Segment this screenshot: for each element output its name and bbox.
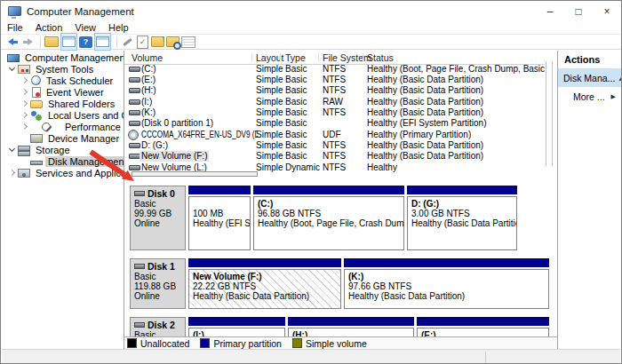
status-bar-divider	[485, 352, 486, 363]
tree-item-event-viewer[interactable]: Event Viewer	[2, 86, 124, 98]
actions-group-disk-management[interactable]: Disk Mana... ▲	[558, 69, 621, 87]
device-manager-icon	[30, 134, 43, 143]
tree-item-device-manager[interactable]: Device Manager	[2, 132, 124, 144]
primary-partition-band	[188, 317, 285, 326]
menu-view[interactable]: View	[68, 22, 102, 33]
remote-tool-icon[interactable]	[121, 35, 134, 49]
menu-help[interactable]: Help	[102, 22, 135, 33]
show-console-tree-icon[interactable]	[60, 33, 77, 51]
chevron-none	[19, 132, 30, 144]
partition-efi[interactable]: 100 MBHealthy (EFI System Partition)	[188, 186, 251, 250]
tree-item-services-and-applications[interactable]: Services and Applications	[2, 167, 124, 178]
search-folder-icon[interactable]	[166, 35, 179, 49]
submenu-arrow-icon: ▶	[609, 93, 616, 100]
chevron-expanded-icon[interactable]	[6, 63, 18, 75]
properties-form-icon[interactable]	[181, 35, 195, 49]
disk-2-label[interactable]: Disk 2 Basic	[130, 317, 186, 336]
partition-c[interactable]: (C:)96.88 GB NTFSHealthy (Boot, Page Fil…	[253, 186, 404, 250]
column-divider[interactable]	[280, 53, 281, 62]
partition-k[interactable]: (K:)97.66 GB NTFSHealthy (Basic Data Par…	[344, 258, 549, 309]
task-check-icon[interactable]: ✓	[136, 35, 149, 49]
horizontal-scrollbar[interactable]	[124, 170, 545, 177]
volume-row-i[interactable]: (I:)SimpleBasicRAWHealthy (Basic Data Pa…	[124, 97, 545, 107]
close-button[interactable]: ×	[593, 1, 621, 21]
forward-icon[interactable]	[21, 35, 35, 49]
disk-icon	[129, 88, 140, 93]
volume-row-c[interactable]: (C:)SimpleBasicNTFSHealthy (Boot, Page F…	[124, 64, 545, 75]
legend-label: Unallocated	[140, 338, 189, 349]
primary-partition-band	[188, 258, 341, 267]
tree-item-computer-management[interactable]: Computer Management (Local)	[2, 51, 124, 63]
volume-row-h[interactable]: (H:)SimpleBasicNTFSHealthy (Basic Data P…	[124, 85, 545, 96]
status-bar	[2, 349, 620, 364]
disk-1-label[interactable]: Disk 1 Basic 119.88 GB Online	[130, 258, 186, 309]
volume-row-e[interactable]: (E:)SimpleBasicNTFSHealthy (Basic Data P…	[124, 75, 545, 85]
tree-item-system-tools[interactable]: System Tools	[2, 63, 124, 75]
chevron-collapsed-icon[interactable]	[19, 121, 30, 132]
system-tools-icon	[18, 65, 30, 74]
volume-row-cccoma-d[interactable]: CCCOMA_X64FRE_EN-US_DV9 (D:)SimpleBasicU…	[124, 130, 545, 140]
show-action-pane-icon[interactable]	[94, 33, 111, 51]
column-divider[interactable]	[363, 53, 363, 62]
actions-header: Actions	[558, 51, 622, 69]
primary-partition-band	[417, 317, 549, 326]
volume-row-d-g[interactable]: D: (G:)SimpleBasicNTFSHealthy (Basic Dat…	[124, 140, 545, 151]
disk-icon	[129, 67, 140, 72]
col-header-volume[interactable]: Volume	[132, 52, 163, 63]
volume-list-header: Volume Layout Type File System Status	[124, 51, 545, 65]
chevron-collapsed-icon[interactable]	[19, 98, 30, 109]
chevron-collapsed-icon[interactable]	[6, 167, 18, 178]
disk-icon	[134, 322, 145, 328]
tree-item-performance[interactable]: Performance	[2, 121, 124, 132]
partition-e[interactable]: (E:)	[417, 317, 549, 336]
open-folder-icon[interactable]	[44, 35, 59, 49]
tree-item-shared-folders[interactable]: Shared Folders	[2, 98, 124, 109]
chevron-collapsed-icon[interactable]	[19, 109, 30, 121]
col-header-status[interactable]: Status	[367, 52, 394, 63]
disk-icon	[134, 264, 145, 269]
disk-0-label[interactable]: Disk 0 Basic 99.99 GB Online	[130, 186, 186, 250]
collapse-arrow-icon[interactable]: ▲	[615, 75, 621, 82]
volume-row-k[interactable]: (K:)SimpleBasicNTFSHealthy (Basic Data P…	[124, 107, 545, 118]
actions-more[interactable]: More ... ▶	[558, 88, 621, 106]
col-header-type[interactable]: Type	[285, 52, 306, 63]
console-tree: Computer Management (Local) System Tools…	[2, 51, 124, 349]
help-icon[interactable]: ?	[79, 36, 92, 48]
col-header-file-system[interactable]: File System	[323, 52, 371, 63]
volume-row-disk0-partition1[interactable]: (Disk 0 partition 1)SimpleBasicHealthy (…	[124, 118, 545, 129]
chevron-collapsed-icon[interactable]	[19, 86, 30, 98]
disk-1-row: Disk 1 Basic 119.88 GB Online New Volume…	[124, 258, 557, 309]
performance-icon	[42, 123, 51, 131]
partition-i[interactable]: (I:)	[188, 317, 285, 336]
chevron-collapsed-icon[interactable]	[19, 75, 30, 86]
tree-item-storage[interactable]: Storage	[2, 144, 124, 155]
vertical-scrollbar[interactable]	[546, 61, 553, 166]
maximize-button[interactable]: □	[564, 1, 593, 21]
menu-action[interactable]: Action	[29, 22, 69, 33]
disk-graphical-view: Disk 0 Basic 99.99 GB Online 100 MBHealt…	[124, 177, 557, 336]
cd-icon	[128, 130, 139, 140]
menu-file[interactable]: File	[1, 22, 29, 33]
partition-h[interactable]: (H:)	[288, 317, 414, 336]
export-list-icon[interactable]	[151, 35, 164, 49]
partition-new-volume-f[interactable]: New Volume (F:)22.22 GB NTFSHealthy (Bas…	[188, 258, 341, 309]
disk-icon	[129, 99, 140, 105]
tree-item-disk-management[interactable]: Disk Management	[2, 155, 124, 167]
tree-item-task-scheduler[interactable]: Task Scheduler	[2, 75, 124, 86]
partition-d-g[interactable]: D: (G:)3.00 GB NTFSHealthy (Basic Data P…	[407, 186, 517, 250]
back-icon[interactable]	[6, 35, 20, 49]
primary-partition-band	[407, 186, 517, 194]
unallocated-swatch	[127, 338, 137, 348]
chevron-expanded-icon[interactable]	[6, 144, 18, 155]
column-divider[interactable]	[318, 53, 319, 62]
disk-management-pane: Volume Layout Type File System Status (C…	[124, 51, 558, 349]
column-divider[interactable]	[251, 53, 252, 62]
toolbar-separator	[40, 36, 41, 48]
primary-partition-band	[253, 186, 404, 194]
minimize-button[interactable]: –	[536, 1, 564, 21]
tree-item-local-users-and-groups[interactable]: Local Users and Groups	[2, 109, 124, 121]
volume-row-new-volume-f[interactable]: New Volume (F:)SimpleBasicNTFSHealthy (B…	[124, 151, 545, 162]
disk-icon	[129, 143, 140, 148]
toolbar: ? ✓	[1, 35, 621, 50]
app-computer-icon	[8, 6, 21, 16]
